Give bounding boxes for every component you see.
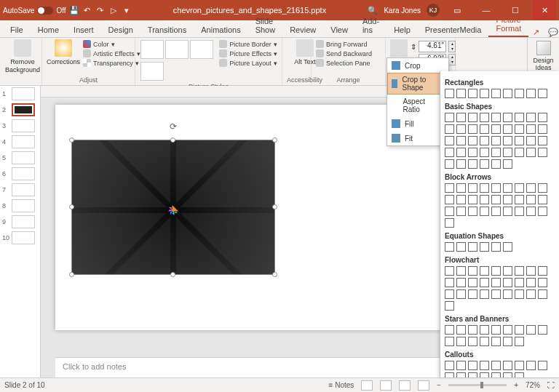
shape-option[interactable] (480, 266, 489, 276)
shape-option[interactable] (480, 159, 489, 169)
shape-option[interactable] (445, 372, 454, 377)
shape-option[interactable] (480, 124, 489, 134)
shape-option[interactable] (491, 89, 501, 98)
tab-slideshow[interactable]: Slide Show (248, 14, 283, 37)
shape-option[interactable] (538, 325, 547, 335)
shape-option[interactable] (456, 159, 466, 169)
resize-handle[interactable] (69, 204, 74, 209)
thumb-6[interactable]: 6 (0, 166, 40, 182)
thumb-3[interactable]: 3 (0, 118, 40, 134)
selection-pane-button[interactable]: Selection Pane (316, 58, 372, 68)
shape-option[interactable] (526, 325, 536, 335)
tab-insert[interactable]: Insert (66, 23, 101, 37)
shape-option[interactable] (468, 183, 477, 193)
thumb-4[interactable]: 4 (0, 134, 40, 150)
notes-toggle[interactable]: ≡ Notes (329, 381, 354, 389)
resize-handle[interactable] (272, 137, 277, 143)
shape-option[interactable] (503, 289, 512, 299)
height-input[interactable]: 4.61" (419, 41, 446, 52)
width-spinner[interactable]: ▴▾ (448, 54, 456, 65)
shape-option[interactable] (491, 289, 501, 299)
shape-option[interactable] (456, 113, 466, 122)
resize-handle[interactable] (69, 137, 74, 143)
shape-option[interactable] (515, 136, 524, 145)
picture-border-button[interactable]: Picture Border ▾ (219, 39, 277, 49)
shape-option[interactable] (503, 136, 512, 145)
shape-option[interactable] (503, 207, 512, 216)
shape-option[interactable] (491, 325, 501, 335)
send-backward-button[interactable]: Send Backward (316, 49, 372, 58)
zoom-out-button[interactable]: − (437, 381, 441, 389)
shape-option[interactable] (515, 113, 524, 122)
shape-option[interactable] (456, 337, 466, 346)
shape-option[interactable] (515, 148, 524, 157)
shape-option[interactable] (538, 278, 547, 287)
shape-option[interactable] (445, 207, 454, 216)
resize-handle[interactable] (272, 272, 277, 277)
thumb-2[interactable]: 2 (0, 102, 40, 118)
resize-handle[interactable] (272, 204, 277, 209)
shape-option[interactable] (468, 113, 477, 122)
shape-option[interactable] (456, 148, 466, 157)
rotation-handle-icon[interactable]: ⟳ (170, 121, 177, 132)
shape-option[interactable] (445, 325, 454, 335)
shape-option[interactable] (468, 148, 477, 157)
shape-option[interactable] (491, 124, 501, 134)
thumb-5[interactable]: 5 (0, 150, 40, 166)
shape-option[interactable] (491, 136, 501, 145)
shape-option[interactable] (456, 361, 466, 370)
shape-option[interactable] (515, 266, 524, 276)
zoom-level[interactable]: 72% (526, 381, 540, 389)
shape-option[interactable] (515, 124, 524, 134)
shape-option[interactable] (480, 89, 489, 98)
shape-option[interactable] (526, 148, 536, 157)
remove-background-button[interactable]: Remove Background (4, 39, 41, 74)
shape-option[interactable] (491, 159, 501, 169)
shape-option[interactable] (445, 301, 454, 311)
crop-menu-crop[interactable]: Crop (387, 58, 448, 73)
shape-option[interactable] (503, 242, 512, 252)
shape-option[interactable] (491, 113, 501, 122)
shape-option[interactable] (515, 195, 524, 204)
shape-option[interactable] (503, 183, 512, 193)
shape-option[interactable] (491, 372, 501, 377)
shape-option[interactable] (480, 278, 489, 287)
shape-option[interactable] (503, 278, 512, 287)
thumb-8[interactable]: 8 (0, 198, 40, 214)
shape-option[interactable] (491, 361, 501, 370)
shape-option[interactable] (480, 289, 489, 299)
shape-option[interactable] (456, 183, 466, 193)
shape-option[interactable] (456, 372, 466, 377)
shape-option[interactable] (468, 89, 477, 98)
shape-option[interactable] (456, 325, 466, 335)
tab-transitions[interactable]: Transitions (140, 23, 194, 37)
ribbon-options-icon[interactable]: ▭ (445, 0, 469, 20)
shape-option[interactable] (445, 278, 454, 287)
picture-layout-button[interactable]: Picture Layout ▾ (219, 58, 277, 68)
tab-addins[interactable]: Add-ins (355, 14, 386, 37)
shape-option[interactable] (480, 325, 489, 335)
shape-option[interactable] (491, 242, 501, 252)
shape-option[interactable] (538, 361, 547, 370)
shape-option[interactable] (456, 124, 466, 134)
artistic-effects-button[interactable]: Artistic Effects ▾ (83, 49, 140, 58)
shape-option[interactable] (445, 159, 454, 169)
tab-presentermedia[interactable]: PresenterMedia (418, 23, 489, 37)
resize-handle[interactable] (170, 137, 175, 143)
shape-option[interactable] (468, 207, 477, 216)
shape-option[interactable] (456, 242, 466, 252)
zoom-slider[interactable] (448, 384, 507, 386)
shape-option[interactable] (526, 266, 536, 276)
thumb-7[interactable]: 7 (0, 182, 40, 198)
bring-forward-button[interactable]: Bring Forward (316, 39, 372, 49)
shape-option[interactable] (526, 113, 536, 122)
autosave-toggle[interactable] (37, 7, 53, 15)
shape-option[interactable] (526, 89, 536, 98)
sorter-view-button[interactable] (380, 380, 392, 391)
shape-option[interactable] (515, 89, 524, 98)
shape-option[interactable] (526, 278, 536, 287)
color-button[interactable]: Color ▾ (83, 39, 140, 49)
tab-picture-format[interactable]: Picture Format (488, 12, 528, 37)
design-ideas-button[interactable]: Design Ideas (527, 38, 559, 71)
shape-option[interactable] (480, 361, 489, 370)
